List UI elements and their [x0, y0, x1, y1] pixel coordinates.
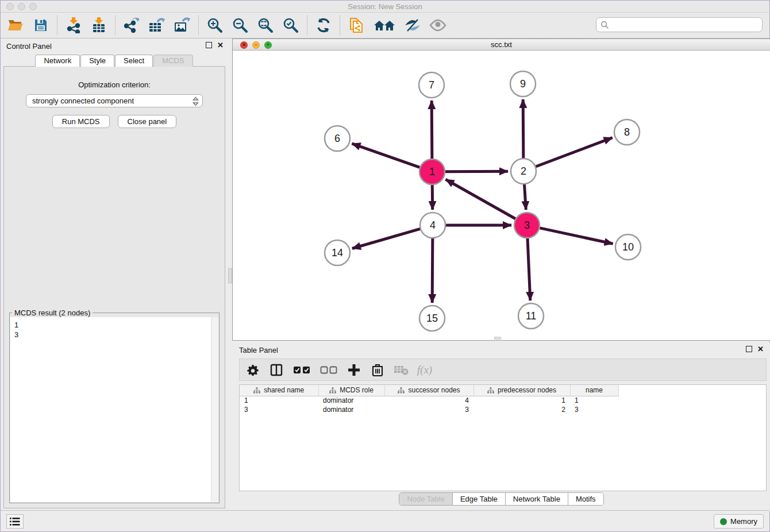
function-builder-icon: f(x) — [417, 363, 432, 377]
column-header-name[interactable]: name — [570, 385, 618, 396]
show-panels-list-button[interactable] — [6, 514, 24, 529]
dropdown-selected-value: strongly connected component — [32, 97, 134, 105]
column-header-shared-name[interactable]: shared name — [240, 385, 318, 396]
splitter-grip[interactable] — [228, 268, 232, 283]
graph-edge-3-1[interactable] — [446, 179, 516, 219]
tab-select[interactable]: Select — [115, 55, 153, 67]
tab-network-table[interactable]: Network Table — [506, 493, 568, 505]
table-cell[interactable]: dominator — [318, 405, 384, 414]
table-panel: Table Panel ✕ — [232, 343, 770, 511]
tab-mcds[interactable]: MCDS — [153, 55, 192, 67]
window-title: Session: New Session — [1, 2, 769, 11]
memory-button[interactable]: Memory — [714, 514, 764, 529]
table-options-icon[interactable] — [245, 363, 260, 377]
graph-edge-3-11[interactable] — [528, 238, 530, 300]
list-icon — [10, 518, 20, 526]
graph-edge-3-10[interactable] — [540, 228, 613, 244]
table-cell[interactable]: 4 — [384, 396, 473, 405]
graph-edge-4-15[interactable] — [432, 238, 433, 303]
optimization-criterion-label: Optimization criterion: — [4, 80, 225, 89]
save-session-icon[interactable] — [32, 17, 49, 34]
close-panel-button[interactable]: Close panel — [118, 115, 177, 128]
hierarchy-icon — [329, 387, 336, 394]
tab-network[interactable]: Network — [35, 55, 80, 67]
float-table-panel-icon[interactable] — [746, 346, 752, 352]
table-cell[interactable]: dominator — [318, 396, 384, 405]
tab-edge-table[interactable]: Edge Table — [453, 493, 506, 505]
show-column-icon[interactable] — [269, 363, 284, 377]
table-row[interactable]: 3dominator323 — [240, 405, 618, 414]
graph-edge-1-6[interactable] — [352, 144, 420, 168]
import-table-icon[interactable] — [90, 17, 107, 34]
table-cell[interactable]: 2 — [473, 405, 570, 414]
export-table-icon[interactable] — [148, 17, 165, 34]
table-cell[interactable]: 1 — [240, 396, 318, 405]
first-neighbors-icon[interactable] — [373, 17, 396, 34]
memory-button-label: Memory — [730, 517, 757, 526]
tab-style[interactable]: Style — [80, 55, 114, 67]
tab-motifs[interactable]: Motifs — [568, 493, 603, 505]
column-header-successor-nodes[interactable]: successor nodes — [384, 385, 473, 396]
export-network-icon[interactable] — [123, 17, 140, 34]
clone-network-icon[interactable] — [348, 17, 365, 34]
graph-node-label-4: 4 — [430, 219, 436, 231]
run-mcds-button[interactable]: Run MCDS — [52, 115, 110, 128]
result-scrollbar[interactable] — [211, 317, 218, 502]
vertical-splitter[interactable] — [228, 38, 232, 511]
close-table-panel-icon[interactable]: ✕ — [757, 346, 764, 352]
network-view-window: ✕ − + scc.txt 7968124314101511 — [232, 38, 770, 341]
import-network-icon[interactable] — [65, 17, 82, 34]
control-panel-tabs: Network Style Select MCDS — [1, 55, 228, 67]
refresh-icon[interactable] — [315, 17, 332, 34]
graph-node-label-1: 1 — [429, 166, 435, 178]
delete-column-icon[interactable] — [370, 363, 385, 377]
search-input[interactable] — [612, 21, 762, 29]
network-graph: 7968124314101511 — [233, 51, 770, 340]
control-panel: Control Panel ✕ Network Style Select MCD… — [1, 38, 228, 511]
export-image-icon[interactable] — [174, 17, 191, 34]
graph-node-label-15: 15 — [426, 313, 438, 324]
network-resize-grip[interactable] — [494, 337, 501, 340]
memory-status-icon — [720, 518, 727, 525]
table-cell[interactable]: 3 — [384, 405, 473, 414]
hide-selected-icon[interactable] — [404, 17, 421, 34]
table-row[interactable]: 1dominator411 — [240, 396, 618, 405]
zoom-out-icon[interactable] — [232, 17, 249, 34]
graph-edge-1-7[interactable] — [432, 101, 432, 159]
zoom-fit-icon[interactable] — [257, 17, 274, 34]
table-cell[interactable]: 3 — [240, 405, 318, 414]
graph-edge-1-2[interactable] — [445, 171, 508, 172]
optimization-criterion-select[interactable]: strongly connected component — [26, 94, 203, 107]
column-header-predecessor-nodes[interactable]: predecessor nodes — [473, 385, 570, 396]
window-titlebar: Session: New Session — [1, 1, 769, 13]
show-all-icon[interactable] — [429, 17, 446, 34]
column-header-label: shared name — [264, 386, 304, 394]
table-cell[interactable]: 1 — [570, 396, 618, 405]
close-panel-icon[interactable]: ✕ — [217, 42, 224, 48]
tab-node-table[interactable]: Node Table — [399, 493, 453, 505]
graph-edge-2-9[interactable] — [523, 99, 523, 159]
open-session-icon[interactable] — [7, 17, 24, 34]
table-cell[interactable]: 3 — [570, 405, 618, 414]
table-toolbar: f(x) — [239, 358, 767, 381]
create-column-icon[interactable] — [346, 363, 361, 377]
mcds-result-list[interactable]: 1 3 — [10, 317, 218, 502]
column-header-MCDS-role[interactable]: MCDS role — [318, 385, 384, 396]
search-box[interactable] — [596, 17, 763, 32]
control-panel-title: Control Panel — [6, 42, 52, 51]
network-canvas[interactable]: 7968124314101511 — [233, 51, 770, 340]
float-panel-icon[interactable] — [206, 42, 212, 48]
column-header-label: MCDS role — [340, 386, 374, 394]
table-cell[interactable]: 1 — [473, 396, 570, 405]
graph-edge-2-8[interactable] — [536, 138, 613, 167]
zoom-selected-icon[interactable] — [282, 17, 299, 34]
zoom-in-icon[interactable] — [206, 17, 224, 34]
network-window-titlebar[interactable]: ✕ − + scc.txt — [233, 39, 770, 51]
select-all-checkboxes-icon[interactable] — [292, 363, 311, 377]
graph-edge-4-14[interactable] — [352, 229, 421, 248]
hierarchy-icon — [253, 387, 260, 394]
deselect-all-checkboxes-icon[interactable] — [319, 363, 338, 377]
application-window: Session: New Session — [0, 0, 770, 532]
column-header-label: name — [586, 386, 603, 394]
graph-edge-2-3[interactable] — [524, 184, 526, 210]
